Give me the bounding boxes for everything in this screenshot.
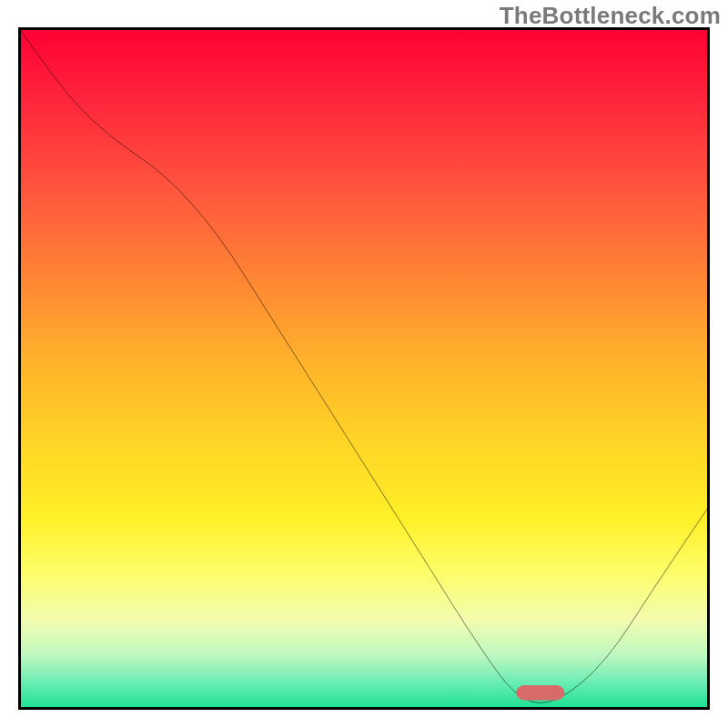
curve-layer [18,27,710,710]
plot-area [18,27,710,710]
optimum-marker [516,685,564,701]
watermark-text: TheBottleneck.com [500,2,721,30]
chart-stage: TheBottleneck.com [0,0,728,728]
bottleneck-curve [18,27,710,703]
